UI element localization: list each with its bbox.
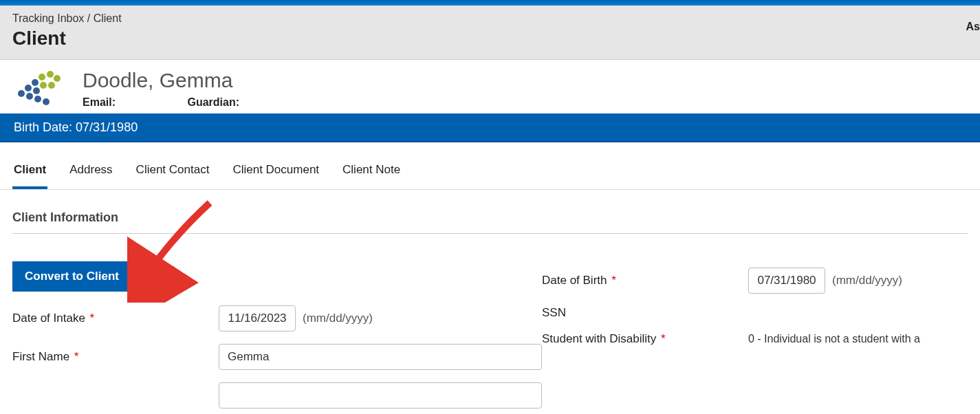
- birth-date-label: Birth Date:: [14, 120, 72, 134]
- tab-client-document[interactable]: Client Document: [231, 156, 320, 189]
- svg-point-3: [32, 79, 39, 86]
- tabs: Client Address Client Contact Client Doc…: [0, 156, 980, 190]
- date-of-intake-input[interactable]: [219, 305, 296, 331]
- svg-point-10: [34, 96, 41, 102]
- next-input[interactable]: [219, 382, 542, 408]
- header-right-text: As: [966, 21, 980, 33]
- svg-point-4: [40, 82, 47, 89]
- section-client-info: Client Information Convert to Client Dat…: [0, 190, 980, 414]
- svg-point-9: [26, 93, 33, 100]
- section-title: Client Information: [12, 210, 968, 234]
- svg-point-6: [25, 85, 32, 91]
- svg-point-2: [54, 75, 61, 82]
- info-strip: Birth Date: 07/31/1980: [0, 113, 980, 142]
- convert-to-client-button[interactable]: Convert to Client: [12, 261, 131, 292]
- label-student-disability: Student with Disability *: [542, 332, 748, 346]
- svg-point-11: [43, 98, 50, 105]
- guardian-label: Guardian:: [187, 96, 239, 109]
- label-date-of-birth: Date of Birth *: [542, 274, 748, 287]
- svg-point-7: [33, 87, 40, 94]
- breadcrumb: Tracking Inbox / Client: [12, 12, 968, 25]
- birth-date-value: 07/31/1980: [76, 120, 138, 134]
- top-accent-bar: [0, 0, 980, 6]
- tab-client-contact[interactable]: Client Contact: [135, 156, 211, 189]
- label-ssn: SSN: [542, 306, 748, 320]
- first-name-input[interactable]: [219, 344, 542, 370]
- tab-client[interactable]: Client: [12, 156, 47, 189]
- svg-point-0: [47, 71, 54, 78]
- date-of-birth-input[interactable]: [748, 268, 825, 294]
- label-first-name: First Name *: [12, 350, 219, 364]
- breadcrumb-current: Client: [94, 12, 122, 24]
- student-disability-value: 0 - Individual is not a student with a: [748, 333, 920, 345]
- svg-point-1: [39, 74, 45, 80]
- email-label: Email:: [83, 96, 116, 109]
- profile-header: Doodle, Gemma Email: Guardian:: [0, 60, 980, 113]
- tab-address[interactable]: Address: [68, 156, 113, 189]
- org-logo-icon: [12, 68, 67, 109]
- svg-point-8: [18, 90, 25, 97]
- hint-date-of-birth: (mm/dd/yyyy): [832, 274, 902, 287]
- breadcrumb-area: Tracking Inbox / Client Client As: [0, 6, 980, 60]
- tab-client-note[interactable]: Client Note: [341, 156, 402, 189]
- hint-date-of-intake: (mm/dd/yyyy): [303, 312, 373, 325]
- page-title: Client: [12, 28, 968, 50]
- client-name: Doodle, Gemma: [83, 69, 968, 92]
- svg-point-5: [48, 82, 55, 89]
- breadcrumb-parent[interactable]: Tracking Inbox: [12, 12, 84, 24]
- breadcrumb-sep: /: [87, 12, 94, 24]
- label-date-of-intake: Date of Intake *: [12, 312, 219, 325]
